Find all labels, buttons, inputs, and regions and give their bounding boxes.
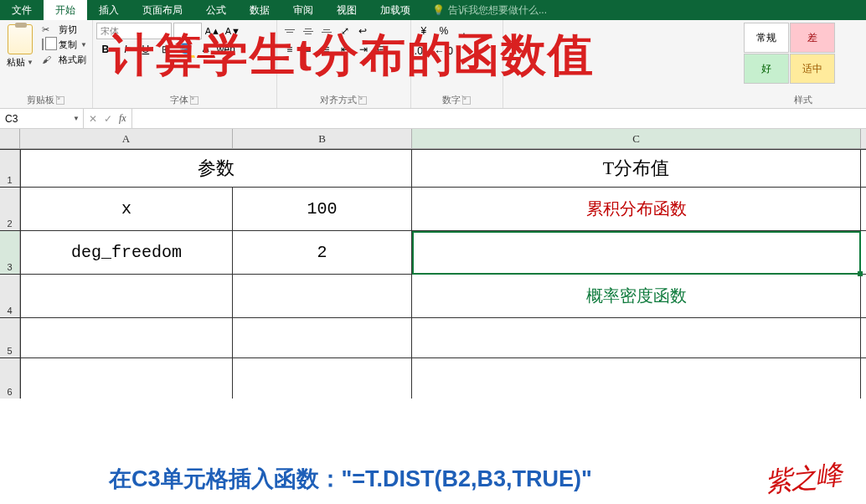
cell-style-bad[interactable]: 差 — [790, 23, 835, 53]
fx-icon[interactable]: fx — [119, 112, 126, 125]
format-painter-button[interactable]: 🖌格式刷 — [40, 53, 89, 67]
currency-button[interactable]: ¥ — [415, 23, 433, 39]
underline-button[interactable]: U — [137, 41, 155, 58]
percent-button[interactable]: % — [435, 23, 453, 39]
border-button[interactable]: ⊞ — [157, 41, 175, 58]
tab-addins[interactable]: 加载项 — [369, 0, 422, 20]
tab-data[interactable]: 数据 — [238, 0, 281, 20]
ribbon-tabs: 文件 开始 插入 页面布局 公式 数据 审阅 视图 加载项 💡 告诉我您想要做什… — [0, 0, 866, 20]
brush-icon: 🖌 — [42, 54, 55, 66]
cell-A4[interactable] — [20, 275, 233, 317]
phonetic-button[interactable]: wén — [217, 41, 235, 58]
cell-A3[interactable]: deg_freedom — [20, 231, 233, 274]
wrap-text-button[interactable]: ↩ — [354, 23, 371, 39]
cell-style-normal[interactable]: 常规 — [744, 23, 789, 53]
cell-C5[interactable] — [412, 318, 861, 357]
column-headers: A B C — [0, 129, 866, 149]
align-middle-button[interactable] — [299, 23, 317, 39]
formula-input[interactable] — [132, 109, 866, 128]
cut-button[interactable]: ✂剪切 — [40, 23, 89, 37]
tab-home[interactable]: 开始 — [44, 0, 87, 20]
tell-me-text: 告诉我您想要做什么... — [448, 3, 547, 18]
decrease-indent-button[interactable]: ⇤ — [336, 41, 354, 58]
styles-group-label: 样式 — [794, 94, 812, 106]
row-header-5[interactable]: 5 — [0, 318, 20, 357]
cell-C1[interactable]: T分布值 — [412, 150, 861, 187]
merge-center-button[interactable]: ⊟ — [373, 41, 389, 58]
clipboard-group-label: 剪贴板 — [27, 94, 54, 106]
group-alignment: ⤢ ↩ ≡ ≡ ≡ ⇤ ⇥ ⊟ 对齐方式 — [277, 20, 411, 108]
cell-C4[interactable]: 概率密度函数 — [412, 275, 861, 317]
col-header-C[interactable]: C — [412, 129, 861, 148]
row-header-6[interactable]: 6 — [0, 358, 20, 399]
cell-A1-B1[interactable]: 参数 — [20, 150, 412, 187]
group-clipboard: 粘贴▼ ✂剪切 复制▼ 🖌格式刷 剪贴板 — [0, 20, 93, 108]
align-top-button[interactable] — [281, 23, 299, 39]
bold-button[interactable]: B — [96, 41, 115, 58]
align-bottom-button[interactable] — [317, 23, 336, 39]
align-right-button[interactable]: ≡ — [317, 41, 336, 58]
font-size-combo[interactable] — [173, 23, 202, 39]
cell-C6[interactable] — [412, 358, 861, 399]
col-header-A[interactable]: A — [20, 129, 233, 148]
cell-style-good[interactable]: 好 — [744, 54, 789, 84]
cell-A6[interactable] — [20, 358, 233, 399]
cell-A2[interactable]: x — [20, 188, 233, 230]
orientation-button[interactable]: ⤢ — [336, 23, 354, 39]
format-painter-label: 格式刷 — [59, 54, 86, 66]
decrease-decimal-button[interactable]: ←.0 — [435, 43, 453, 59]
tell-me-hint[interactable]: 💡 告诉我您想要做什么... — [422, 0, 557, 20]
cell-B4[interactable] — [233, 275, 412, 317]
col-header-B[interactable]: B — [233, 129, 412, 148]
row-header-3[interactable]: 3 — [0, 231, 20, 274]
cell-C3[interactable] — [412, 231, 861, 274]
increase-font-button[interactable]: A▲ — [204, 23, 222, 39]
dialog-launcher-icon[interactable] — [462, 96, 471, 105]
comma-button[interactable]: , — [455, 23, 473, 39]
align-center-button[interactable]: ≡ — [299, 41, 317, 58]
tab-review[interactable]: 审阅 — [281, 0, 325, 20]
cell-B2[interactable]: 100 — [233, 188, 412, 230]
copy-icon — [42, 39, 44, 50]
row-6: 6 — [0, 358, 866, 399]
increase-indent-button[interactable]: ⇥ — [354, 41, 373, 58]
cancel-icon[interactable]: ✕ — [89, 113, 97, 125]
italic-button[interactable]: I — [116, 41, 135, 58]
signature: 紫之峰 — [764, 456, 843, 501]
chevron-down-icon: ▼ — [73, 115, 80, 122]
increase-decimal-button[interactable]: .0→ — [415, 43, 433, 59]
select-all-corner[interactable] — [0, 129, 20, 148]
align-left-button[interactable]: ≡ — [281, 41, 299, 58]
decrease-font-button[interactable]: A▼ — [224, 23, 242, 39]
dialog-launcher-icon[interactable] — [190, 96, 198, 105]
name-box[interactable]: C3 ▼ — [0, 109, 84, 128]
fill-color-button[interactable]: 🪣 — [177, 41, 195, 58]
row-header-2[interactable]: 2 — [0, 188, 20, 230]
enter-icon[interactable]: ✓ — [104, 113, 112, 125]
font-name-combo[interactable]: 宋体 — [96, 23, 172, 39]
cell-B3[interactable]: 2 — [233, 231, 412, 274]
ribbon: 粘贴▼ ✂剪切 复制▼ 🖌格式刷 剪贴板 宋体 A▲ A▼ B I U ⊞ — [0, 20, 866, 109]
alignment-group-label: 对齐方式 — [320, 94, 357, 106]
group-styles: 常规 差 好 适中 样式 — [740, 20, 866, 108]
dialog-launcher-icon[interactable] — [56, 96, 64, 105]
cell-C2[interactable]: 累积分布函数 — [412, 188, 861, 230]
row-header-4[interactable]: 4 — [0, 275, 20, 317]
cell-style-neutral[interactable]: 适中 — [790, 54, 835, 84]
tab-page-layout[interactable]: 页面布局 — [131, 0, 194, 20]
tab-insert[interactable]: 插入 — [87, 0, 131, 20]
paste-button[interactable]: 粘贴▼ — [3, 23, 37, 92]
cell-B6[interactable] — [233, 358, 412, 399]
paste-icon — [8, 24, 33, 54]
scissors-icon: ✂ — [42, 24, 55, 36]
font-color-button[interactable]: A — [197, 41, 215, 58]
tab-formulas[interactable]: 公式 — [194, 0, 238, 20]
cell-B5[interactable] — [233, 318, 412, 357]
group-number: ¥ % , .0→ ←.0 数字 — [411, 20, 503, 108]
tab-view[interactable]: 视图 — [325, 0, 369, 20]
cell-A5[interactable] — [20, 318, 233, 357]
tab-file[interactable]: 文件 — [0, 0, 44, 20]
dialog-launcher-icon[interactable] — [358, 96, 367, 105]
row-header-1[interactable]: 1 — [0, 150, 20, 187]
copy-button[interactable]: 复制▼ — [40, 38, 89, 52]
